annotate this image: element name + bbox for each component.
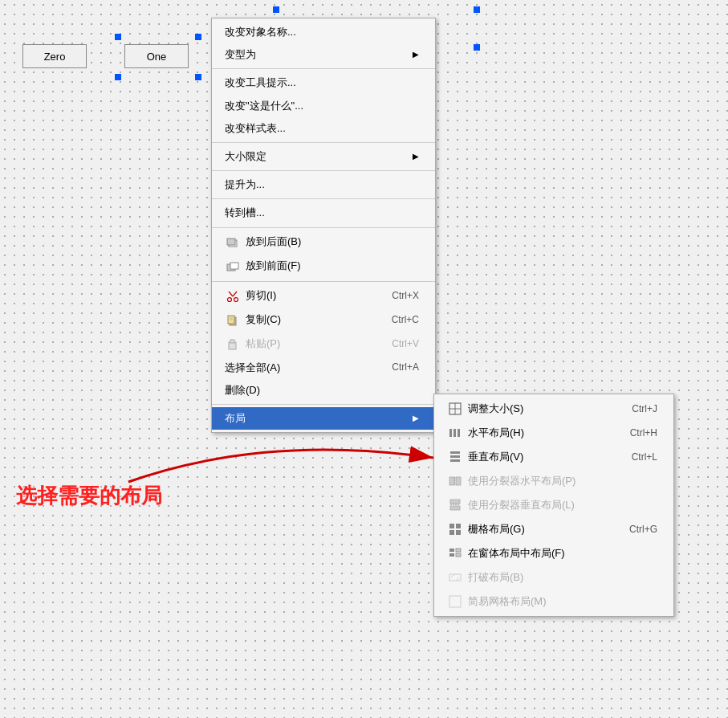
submenu-label-break: 打破布局(B) bbox=[468, 570, 523, 585]
svg-rect-31 bbox=[449, 524, 454, 528]
menu-item-bringfront[interactable]: 放到前面(F) bbox=[212, 255, 435, 279]
submenu-item-splitter-h[interactable]: 使用分裂器水平布局(P) bbox=[434, 469, 673, 493]
shortcut-paste: Ctrl+V bbox=[392, 337, 419, 351]
svg-point-5 bbox=[234, 297, 238, 301]
menu-label-bringfront: 放到前面(F) bbox=[246, 259, 301, 273]
menu-item-delete[interactable]: 删除(D) bbox=[212, 379, 435, 402]
menu-item-paste[interactable]: 粘贴(P) Ctrl+V bbox=[212, 332, 435, 357]
menu-item-tooltip[interactable]: 改变工具提示... bbox=[212, 71, 435, 94]
svg-line-6 bbox=[229, 292, 233, 296]
menu-item-gotoslot[interactable]: 转到槽... bbox=[212, 202, 435, 224]
menu-item-cut[interactable]: 剪切(I) Ctrl+X bbox=[212, 284, 435, 308]
zero-button-label: Zero bbox=[44, 51, 66, 63]
vlayout-icon bbox=[447, 449, 463, 465]
submenu-item-break[interactable]: 打破布局(B) bbox=[434, 565, 673, 589]
shortcut-hlayout: Ctrl+H bbox=[630, 426, 657, 440]
svg-rect-24 bbox=[450, 459, 460, 462]
menu-item-layout[interactable]: 布局 ▶ bbox=[212, 407, 435, 430]
handle-bl bbox=[115, 74, 121, 80]
svg-rect-35 bbox=[449, 549, 454, 552]
svg-rect-38 bbox=[456, 553, 461, 557]
submenu-item-hlayout[interactable]: 水平布局(H) Ctrl+H bbox=[434, 421, 673, 445]
submenu-arrow-sizelimit: ▶ bbox=[413, 151, 419, 162]
menu-label-sendback: 放到后面(B) bbox=[246, 235, 301, 249]
svg-rect-36 bbox=[456, 549, 461, 552]
menu-label-stylesheet: 改变样式表... bbox=[225, 121, 286, 136]
separator-6 bbox=[212, 281, 435, 282]
handle-tl bbox=[115, 34, 121, 40]
separator-4 bbox=[212, 198, 435, 199]
bringfront-icon bbox=[225, 259, 241, 275]
separator-3 bbox=[212, 170, 435, 171]
separator-5 bbox=[212, 227, 435, 228]
menu-label-layout: 布局 bbox=[225, 411, 246, 426]
menu-item-sizelimit[interactable]: 大小限定 ▶ bbox=[212, 145, 435, 168]
submenu-item-resize[interactable]: 调整大小(S) Ctrl+J bbox=[434, 397, 673, 421]
svg-line-41 bbox=[456, 577, 459, 581]
simplegrid-icon bbox=[447, 594, 463, 610]
menu-item-morph[interactable]: 变型为 ▶ bbox=[212, 43, 435, 66]
submenu-arrow-morph: ▶ bbox=[413, 49, 419, 60]
menu-label-copy: 复制(C) bbox=[246, 312, 281, 327]
submenu-item-simplegrid[interactable]: 简易网格布局(M) bbox=[434, 589, 673, 614]
submenu-item-grid[interactable]: 栅格布局(G) Ctrl+G bbox=[434, 517, 673, 541]
menu-item-rename[interactable]: 改变对象名称... bbox=[212, 21, 435, 43]
shortcut-selectall: Ctrl+A bbox=[392, 361, 419, 374]
handle-top2 bbox=[474, 6, 480, 13]
context-menu: 改变对象名称... 变型为 ▶ 改变工具提示... 改变"这是什么"... 改变… bbox=[211, 18, 436, 433]
submenu-item-form[interactable]: 在窗体布局中布局(F) bbox=[434, 541, 673, 565]
menu-label-gotoslot: 转到槽... bbox=[225, 206, 265, 220]
svg-point-4 bbox=[228, 297, 232, 301]
zero-button[interactable]: Zero bbox=[22, 44, 87, 68]
menu-item-selectall[interactable]: 选择全部(A) Ctrl+A bbox=[212, 357, 435, 379]
splitter-v-icon bbox=[447, 497, 463, 513]
cut-icon bbox=[225, 288, 241, 304]
menu-label-whatsthis: 改变"这是什么"... bbox=[225, 99, 303, 113]
menu-item-whatsthis[interactable]: 改变"这是什么"... bbox=[212, 95, 435, 117]
svg-rect-32 bbox=[456, 524, 461, 528]
svg-rect-26 bbox=[456, 477, 461, 485]
svg-rect-29 bbox=[450, 506, 460, 510]
svg-rect-25 bbox=[449, 477, 454, 485]
submenu-label-hlayout: 水平布局(H) bbox=[468, 426, 524, 440]
break-icon bbox=[447, 569, 463, 585]
submenu-label-grid: 栅格布局(G) bbox=[468, 522, 525, 536]
svg-rect-22 bbox=[450, 451, 460, 454]
menu-item-sendback[interactable]: 放到后面(B) bbox=[212, 230, 435, 255]
annotation-text: 选择需要的布局 bbox=[16, 482, 162, 510]
svg-rect-3 bbox=[230, 263, 238, 269]
menu-label-selectall: 选择全部(A) bbox=[225, 361, 280, 375]
one-button[interactable]: One bbox=[124, 44, 189, 68]
svg-rect-20 bbox=[453, 429, 456, 437]
svg-rect-1 bbox=[227, 239, 235, 245]
submenu-label-resize: 调整大小(S) bbox=[468, 402, 523, 416]
copy-icon bbox=[225, 312, 241, 328]
menu-label-cut: 剪切(I) bbox=[246, 288, 276, 303]
one-button-label: One bbox=[147, 51, 167, 63]
menu-label-morph: 变型为 bbox=[225, 47, 256, 62]
menu-item-stylesheet[interactable]: 改变样式表... bbox=[212, 117, 435, 140]
svg-rect-15 bbox=[230, 340, 234, 343]
svg-rect-28 bbox=[450, 500, 460, 504]
svg-line-40 bbox=[451, 574, 454, 577]
menu-item-copy[interactable]: 复制(C) Ctrl+C bbox=[212, 308, 435, 332]
svg-rect-21 bbox=[458, 429, 460, 437]
menu-label-sizelimit: 大小限定 bbox=[225, 149, 266, 164]
menu-item-promote[interactable]: 提升为... bbox=[212, 173, 435, 196]
svg-rect-33 bbox=[449, 530, 454, 535]
splitter-h-icon bbox=[447, 473, 463, 489]
grid-icon bbox=[447, 521, 463, 537]
shortcut-resize: Ctrl+J bbox=[632, 402, 657, 416]
menu-label-rename: 改变对象名称... bbox=[225, 25, 296, 39]
separator-1 bbox=[212, 68, 435, 69]
paste-icon bbox=[225, 337, 241, 353]
sendback-icon bbox=[225, 235, 241, 251]
layout-submenu: 调整大小(S) Ctrl+J 水平布局(H) Ctrl+H bbox=[433, 394, 674, 617]
submenu-item-splitter-v[interactable]: 使用分裂器垂直布局(L) bbox=[434, 493, 673, 517]
svg-rect-19 bbox=[449, 429, 452, 437]
svg-rect-34 bbox=[456, 530, 461, 535]
submenu-item-vlayout[interactable]: 垂直布局(V) Ctrl+L bbox=[434, 445, 673, 469]
svg-rect-37 bbox=[449, 553, 454, 557]
shortcut-cut: Ctrl+X bbox=[392, 289, 419, 303]
hlayout-icon bbox=[447, 425, 463, 441]
